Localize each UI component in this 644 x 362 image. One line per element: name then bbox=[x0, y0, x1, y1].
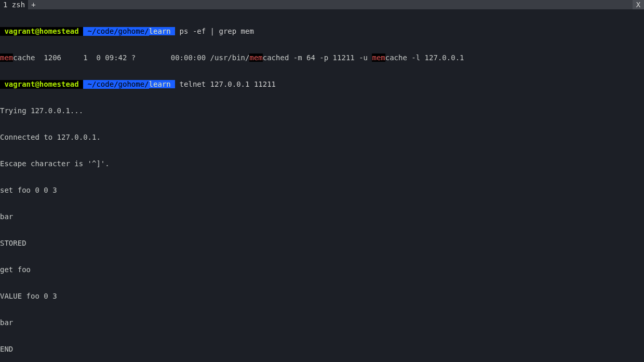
grep-match: mem bbox=[0, 53, 13, 62]
command-text: ps -ef | grep mem bbox=[175, 27, 254, 35]
command-text: telnet 127.0.0.1 11211 bbox=[175, 80, 276, 88]
app-window: 1 zsh + X vagrant@homestead ~/code/gohom… bbox=[0, 0, 644, 362]
output-line: bar bbox=[0, 318, 644, 327]
prompt-user: vagrant@homestead bbox=[0, 27, 83, 36]
grep-match: mem bbox=[249, 53, 262, 62]
prompt-user: vagrant@homestead bbox=[0, 80, 83, 89]
output-line: Connected to 127.0.0.1. bbox=[0, 133, 644, 142]
tab-label: 1 zsh bbox=[3, 1, 25, 9]
prompt-line: vagrant@homestead ~/code/gohome/learn ps… bbox=[0, 27, 644, 36]
output-line: VALUE foo 0 3 bbox=[0, 292, 644, 301]
prompt-dir-last: learn bbox=[149, 80, 176, 88]
prompt-line: vagrant@homestead ~/code/gohome/learn te… bbox=[0, 80, 644, 89]
terminal-pane[interactable]: vagrant@homestead ~/code/gohome/learn ps… bbox=[0, 9, 644, 362]
prompt-dir: ~/code/gohome/ bbox=[83, 27, 149, 36]
output-line: Escape character is '^]'. bbox=[0, 159, 644, 168]
new-tab-button[interactable]: + bbox=[28, 0, 38, 9]
output-line: END bbox=[0, 345, 644, 354]
output-line: STORED bbox=[0, 239, 644, 248]
title-bar: 1 zsh + X bbox=[0, 0, 644, 9]
prompt-dir-last: learn bbox=[149, 27, 176, 35]
prompt-dir: ~/code/gohome/ bbox=[83, 80, 149, 89]
output-line: memcache 1206 1 0 09:42 ? 00:00:00 /usr/… bbox=[0, 53, 644, 62]
output-line: set foo 0 0 3 bbox=[0, 186, 644, 195]
output-line: Trying 127.0.0.1... bbox=[0, 106, 644, 115]
grep-match: mem bbox=[372, 53, 385, 62]
terminal-tab[interactable]: 1 zsh bbox=[0, 0, 28, 9]
close-button[interactable]: X bbox=[633, 0, 644, 9]
output-line: get foo bbox=[0, 265, 644, 274]
output-line: bar bbox=[0, 212, 644, 221]
